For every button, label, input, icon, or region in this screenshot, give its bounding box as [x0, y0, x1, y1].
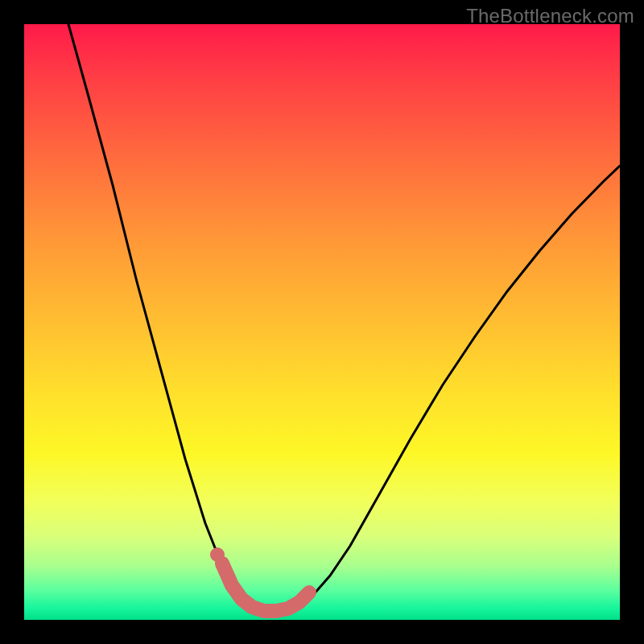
chart-frame: TheBottleneck.com — [0, 0, 644, 644]
bottleneck-curve — [68, 24, 620, 611]
highlight-dot-icon — [210, 547, 225, 562]
curve-svg — [24, 24, 620, 620]
bottleneck-highlight — [222, 564, 309, 611]
gradient-plot-area — [24, 24, 620, 620]
